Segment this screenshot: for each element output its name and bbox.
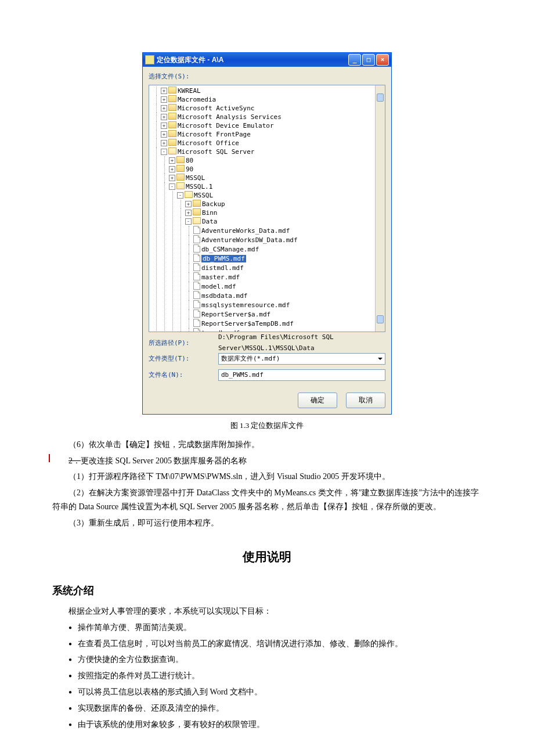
tree-file[interactable]: msdbdata.mdf [193, 291, 385, 300]
tree-item[interactable]: +Microsoft Office [161, 139, 385, 147]
tree-file[interactable]: db_CSManage.mdf [193, 244, 385, 254]
list-item: 方便快捷的全方位数据查询。 [68, 653, 482, 667]
tree-file-selected[interactable]: db_PWMS.mdf [193, 254, 385, 263]
paragraph: （2）在解决方案资源管理器中打开 DataClass 文件夹中的 MyMeans… [52, 486, 482, 514]
paragraph: （1）打开源程序路径下 TM\07\PWMS\PWMS.sln，进入到 Visu… [52, 470, 482, 484]
list-item: 由于该系统的使用对象较多，要有较好的权限管理。 [68, 718, 482, 732]
tree-item[interactable]: +Macromedia [161, 95, 385, 104]
tree-item[interactable]: +Microsoft FrontPage [161, 130, 385, 139]
tree-file[interactable]: model.mdf [193, 282, 385, 291]
tree-file[interactable]: distmdl.mdf [193, 263, 385, 272]
minimize-button[interactable]: _ [348, 54, 361, 66]
path-label: 所选路径(P): [149, 338, 218, 349]
path-value: D:\Program Files\Microsoft SQL Server\MS… [218, 338, 385, 348]
heading-system-intro: 系统介绍 [52, 582, 482, 600]
maximize-button[interactable]: □ [362, 54, 375, 66]
tree-item[interactable]: +80 [169, 156, 385, 165]
tree-file[interactable]: tempdb.mdf [193, 328, 385, 332]
list-item: 在查看员工信息时，可以对当前员工的家庭情况、培训情况进行添加、修改、删除的操作。 [68, 637, 482, 651]
feature-list: 操作简单方便、界面简洁美观。 在查看员工信息时，可以对当前员工的家庭情况、培训情… [52, 621, 482, 732]
close-button[interactable]: × [376, 54, 389, 66]
chevron-down-icon [378, 358, 383, 360]
paragraph: （3）重新生成后，即可运行使用本程序。 [52, 516, 482, 530]
list-item: 操作简单方便、界面简洁美观。 [68, 621, 482, 635]
list-item: 按照指定的条件对员工进行统计。 [68, 669, 482, 683]
tree-file[interactable]: ReportServer$a.mdf [193, 309, 385, 319]
tree-item[interactable]: +MSSQL [169, 174, 385, 182]
tree-item[interactable]: +Backup [185, 200, 385, 208]
paragraph: 根据企业对人事管理的要求，本系统可以实现以下目标： [52, 604, 482, 618]
filetype-label: 文件类型(T): [149, 354, 218, 365]
ok-button[interactable]: 确定 [298, 393, 337, 408]
figure-caption: 图 1.3 定位数据库文件 [52, 419, 482, 432]
titlebar: 定位数据库文件 - A\A _ □ × [143, 53, 391, 67]
list-item: 实现数据库的备份、还原及清空的操作。 [68, 701, 482, 715]
file-tree[interactable]: +KWREAL +Macromedia +Microsoft ActiveSyn… [149, 85, 385, 332]
tree-item[interactable]: -MSSQL.1 -MSSQL +Backup +Binn -Data [169, 182, 385, 332]
window-title: 定位数据库文件 - A\A [157, 54, 347, 66]
tree-file[interactable]: ReportServer$aTempDB.mdf [193, 319, 385, 328]
tree-item[interactable]: +90 [169, 165, 385, 174]
tree-file[interactable]: AdventureWorksDW_Data.mdf [193, 235, 385, 244]
tree-item[interactable]: +KWREAL [161, 87, 385, 95]
filename-label: 文件名(N): [149, 370, 218, 381]
paragraph: 2．更改连接 SQL Server 2005 数据库服务器的名称 [52, 454, 482, 468]
tree-item[interactable]: -Microsoft SQL Server +80 +90 +MSSQL -MS… [161, 147, 385, 332]
tree-file[interactable]: mssqlsystemresource.mdf [193, 300, 385, 309]
tree-item[interactable]: +Binn [185, 208, 385, 217]
locate-db-dialog: 定位数据库文件 - A\A _ □ × 选择文件(S): +KWREAL +Ma… [142, 52, 392, 415]
tree-item[interactable]: +Microsoft ActiveSync [161, 104, 385, 113]
tree-item[interactable]: -MSSQL +Backup +Binn -Data AdventureWork… [177, 191, 385, 332]
revision-mark-icon [49, 454, 50, 462]
tree-item[interactable]: -Data AdventureWorks_Data.mdf AdventureW… [185, 217, 385, 332]
deleted-text: 2． [68, 456, 81, 465]
filename-input[interactable]: db_PWMS.mdf [218, 369, 385, 381]
app-icon [145, 55, 154, 64]
tree-file[interactable]: master.mdf [193, 272, 385, 282]
document-body: （6）依次单击【确定】按钮，完成数据库附加操作。 2．更改连接 SQL Serv… [52, 438, 482, 731]
paragraph: （6）依次单击【确定】按钮，完成数据库附加操作。 [52, 438, 482, 452]
filetype-select[interactable]: 数据库文件(*.mdf) [218, 353, 385, 365]
select-file-label: 选择文件(S): [149, 71, 385, 82]
tree-item[interactable]: +Microsoft Device Emulator [161, 121, 385, 130]
tree-item[interactable]: +Microsoft Analysis Services [161, 113, 385, 121]
heading-usage: 使用说明 [52, 546, 482, 567]
list-item: 可以将员工信息以表格的形式插入到 Word 文档中。 [68, 685, 482, 699]
tree-file[interactable]: AdventureWorks_Data.mdf [193, 226, 385, 235]
cancel-button[interactable]: 取消 [346, 393, 385, 408]
